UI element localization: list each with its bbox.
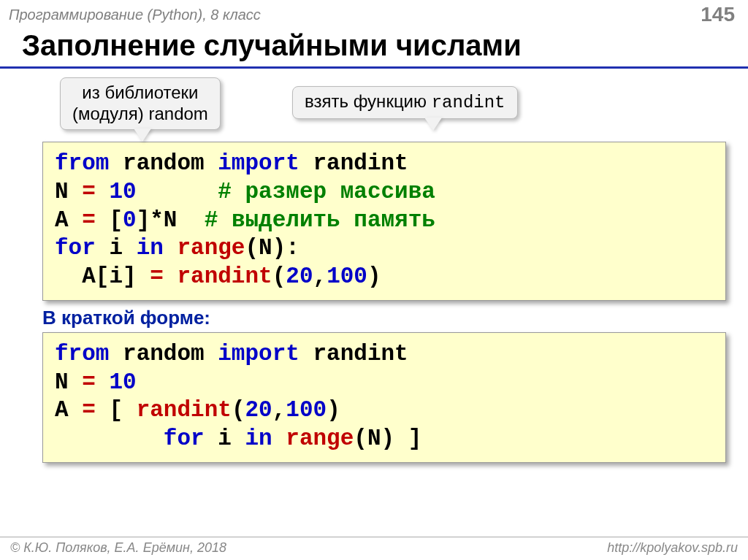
code-token: ) — [367, 264, 381, 289]
code-token: 10 — [109, 179, 136, 204]
code-token: A — [55, 207, 82, 233]
code-token: = — [82, 207, 96, 233]
code-token — [55, 426, 164, 451]
code-token: from — [55, 341, 109, 367]
callout-tail-icon — [134, 129, 151, 142]
code-token: 0 — [123, 207, 137, 233]
callout-library-line2: (модуля) random — [72, 104, 208, 125]
code-token: for — [55, 235, 96, 261]
code-token: , — [313, 264, 327, 289]
footer-url: http://kpolyakov.spb.ru — [607, 540, 738, 556]
topbar: Программирование (Python), 8 класс 145 — [0, 0, 748, 28]
page-number: 145 — [701, 3, 735, 26]
code-token: [ — [96, 207, 123, 233]
course-label: Программирование (Python), 8 класс — [9, 7, 261, 23]
code-token: , — [272, 397, 286, 423]
code-token: ]*N — [137, 207, 205, 233]
code-token: = — [150, 264, 164, 289]
code-token: i — [205, 426, 245, 451]
code-token — [164, 264, 178, 289]
code-token: 20 — [245, 397, 272, 423]
code-token — [164, 235, 178, 261]
code-block-2: from random import randint N = 10 A = [ … — [42, 332, 726, 463]
code-token: i — [96, 235, 137, 261]
code-token — [96, 179, 110, 204]
code-token: 10 — [109, 369, 136, 395]
callouts-area: из библиотеки (модуля) random взять функ… — [0, 77, 748, 142]
code-token: range — [177, 235, 245, 261]
code-token: random — [109, 150, 218, 176]
page-title: Заполнение случайными числами — [0, 28, 748, 69]
code-block-1: from random import randint N = 10 # разм… — [42, 142, 726, 301]
code-token: for — [164, 426, 205, 451]
code-token: A[i] — [55, 264, 150, 289]
code-token: N — [55, 179, 82, 204]
code-token: in — [137, 235, 164, 261]
footer: © К.Ю. Поляков, Е.А. Ерёмин, 2018 http:/… — [0, 537, 748, 560]
code-token: = — [82, 369, 96, 395]
code-token: = — [82, 179, 96, 204]
code-token — [96, 369, 110, 395]
code-token: randint — [177, 264, 272, 289]
code-token: ( — [272, 264, 286, 289]
code-token: randint — [299, 150, 408, 176]
code-token — [272, 426, 286, 451]
callout-function-mono: randint — [432, 93, 505, 112]
code-token: in — [245, 426, 272, 451]
code-token: = — [82, 397, 96, 423]
code-token: 20 — [286, 264, 313, 289]
code-token: # выделить память — [205, 207, 435, 233]
callout-function-text: взять функцию — [305, 91, 432, 111]
callout-library-line1: из библиотеки — [72, 83, 208, 104]
code-token: # размер массива — [218, 179, 435, 204]
subheading: В краткой форме: — [42, 307, 748, 329]
code-token: from — [55, 150, 109, 176]
callout-function: взять функцию randint — [292, 86, 518, 119]
callout-library: из библиотеки (модуля) random — [60, 77, 221, 130]
code-token — [137, 179, 218, 204]
callout-tail-icon — [424, 118, 442, 131]
copyright: © К.Ю. Поляков, Е.А. Ерёмин, 2018 — [10, 540, 226, 556]
slide: Программирование (Python), 8 класс 145 З… — [0, 0, 748, 560]
code-token: import — [218, 341, 299, 367]
code-token: (N): — [245, 235, 299, 261]
code-token: ( — [232, 397, 245, 423]
code-token: A — [55, 397, 82, 423]
code-token: (N) ] — [354, 426, 421, 451]
code-token: N — [55, 369, 82, 395]
code-token: import — [218, 150, 299, 176]
code-token: 100 — [286, 397, 327, 423]
code-token: randint — [137, 397, 232, 423]
code-token: 100 — [327, 264, 367, 289]
code-token: random — [109, 341, 218, 367]
code-token: range — [286, 426, 354, 451]
code-token: randint — [299, 341, 408, 367]
code-token: [ — [96, 397, 137, 423]
code-token: ) — [327, 397, 340, 423]
